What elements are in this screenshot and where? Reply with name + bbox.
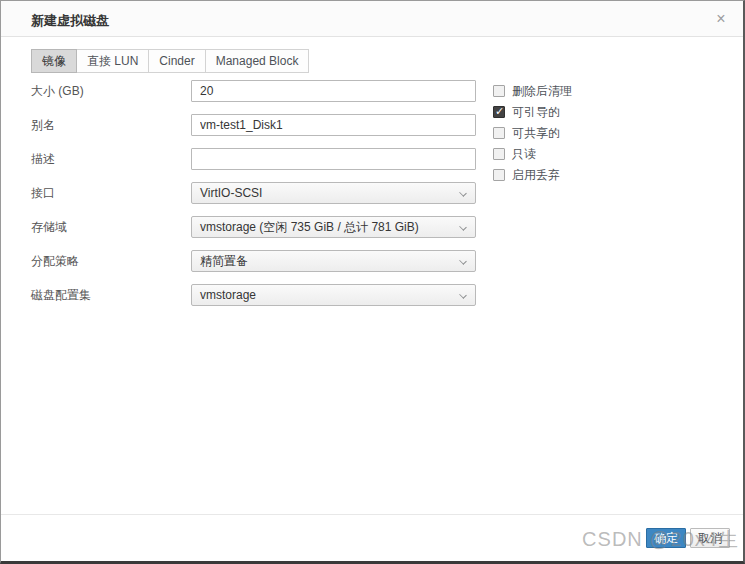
shareable-label: 可共享的: [512, 125, 560, 142]
disk-profile-select[interactable]: vmstorage: [191, 284, 476, 306]
form-row-allocation-policy: 分配策略 精简置备: [31, 250, 713, 272]
interface-select-value: VirtIO-SCSI: [200, 186, 262, 200]
allocation-policy-select[interactable]: 精简置备: [191, 250, 476, 272]
read-only-checkbox[interactable]: [493, 148, 505, 160]
alias-input[interactable]: [191, 114, 476, 136]
shareable-checkbox[interactable]: [493, 127, 505, 139]
chevron-down-icon: [459, 291, 467, 299]
ok-button[interactable]: 确定: [646, 528, 686, 548]
tab-managed-block-label: Managed Block: [216, 54, 299, 68]
bootable-row: 可引导的: [493, 102, 572, 122]
chevron-down-icon: [459, 189, 467, 197]
storage-domain-label: 存储域: [31, 219, 191, 236]
storage-domain-select[interactable]: vmstorage (空闲 735 GiB / 总计 781 GiB): [191, 216, 476, 238]
dialog-body: 镜像 直接 LUN Cinder Managed Block 大小 (GB) 别…: [1, 37, 743, 306]
tab-direct-lun-label: 直接 LUN: [87, 53, 138, 70]
form-row-alias: 别名: [31, 114, 713, 136]
tab-cinder[interactable]: Cinder: [149, 49, 205, 73]
wipe-after-delete-label: 删除后清理: [512, 83, 572, 100]
form-area: 大小 (GB) 别名 描述 接口 VirtIO-SCSI 存储域: [31, 80, 713, 306]
dialog-footer: 确定 取消: [1, 514, 743, 561]
allocation-policy-select-value: 精简置备: [200, 253, 248, 270]
interface-select[interactable]: VirtIO-SCSI: [191, 182, 476, 204]
enable-discard-checkbox[interactable]: [493, 169, 505, 181]
enable-discard-label: 启用丢弃: [512, 167, 560, 184]
description-label: 描述: [31, 151, 191, 168]
interface-label: 接口: [31, 185, 191, 202]
tab-image-label: 镜像: [42, 53, 66, 70]
form-row-interface: 接口 VirtIO-SCSI: [31, 182, 713, 204]
description-input[interactable]: [191, 148, 476, 170]
bootable-checkbox[interactable]: [493, 106, 505, 118]
shareable-row: 可共享的: [493, 123, 572, 143]
close-icon[interactable]: ×: [711, 9, 731, 29]
wipe-after-delete-checkbox[interactable]: [493, 85, 505, 97]
disk-profile-select-value: vmstorage: [200, 288, 256, 302]
tab-cinder-label: Cinder: [159, 54, 194, 68]
form-row-storage-domain: 存储域 vmstorage (空闲 735 GiB / 总计 781 GiB): [31, 216, 713, 238]
disk-profile-label: 磁盘配置集: [31, 287, 191, 304]
allocation-policy-label: 分配策略: [31, 253, 191, 270]
tab-bar: 镜像 直接 LUN Cinder Managed Block: [31, 49, 713, 73]
cancel-button[interactable]: 取消: [690, 528, 730, 548]
read-only-row: 只读: [493, 144, 572, 164]
form-row-description: 描述: [31, 148, 713, 170]
new-virtual-disk-dialog: 新建虚拟磁盘 × 镜像 直接 LUN Cinder Managed Block …: [0, 0, 745, 564]
form-row-size: 大小 (GB): [31, 80, 713, 102]
tab-managed-block[interactable]: Managed Block: [206, 49, 310, 73]
alias-label: 别名: [31, 117, 191, 134]
dialog-title: 新建虚拟磁盘: [31, 12, 109, 30]
bootable-label: 可引导的: [512, 104, 560, 121]
tab-image[interactable]: 镜像: [31, 49, 77, 73]
size-label: 大小 (GB): [31, 83, 191, 100]
tab-direct-lun[interactable]: 直接 LUN: [77, 49, 149, 73]
size-input[interactable]: [191, 80, 476, 102]
read-only-label: 只读: [512, 146, 536, 163]
disk-options-column: 删除后清理 可引导的 可共享的 只读 启用丢弃: [493, 81, 572, 186]
form-row-disk-profile: 磁盘配置集 vmstorage: [31, 284, 713, 306]
wipe-after-delete-row: 删除后清理: [493, 81, 572, 101]
dialog-header: 新建虚拟磁盘 ×: [1, 1, 743, 37]
chevron-down-icon: [459, 257, 467, 265]
enable-discard-row: 启用丢弃: [493, 165, 572, 185]
chevron-down-icon: [459, 223, 467, 231]
storage-domain-select-value: vmstorage (空闲 735 GiB / 总计 781 GiB): [200, 219, 419, 236]
